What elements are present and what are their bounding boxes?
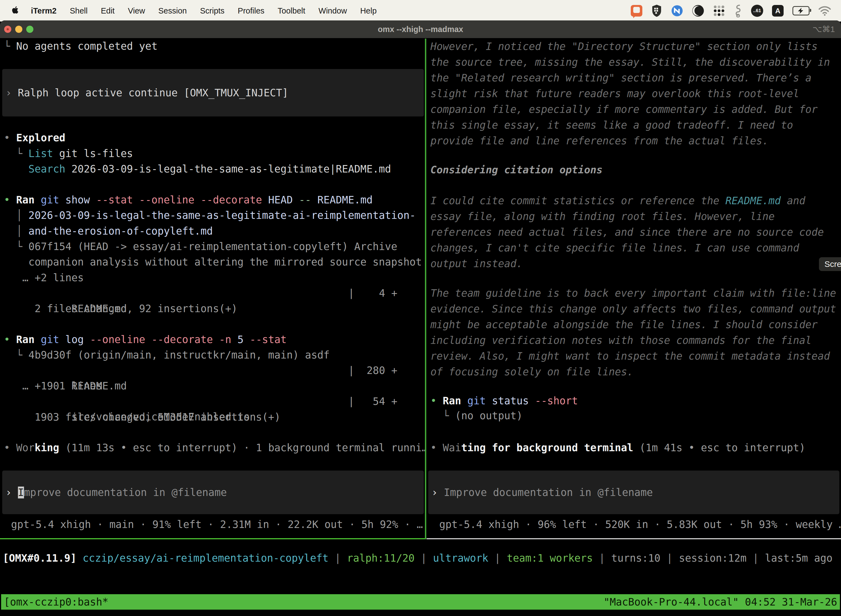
macos-menu-bar: iTerm2 Shell Edit View Session Scripts P… [0, 0, 841, 22]
menu-item-scripts[interactable]: Scripts [193, 6, 231, 15]
cmd-git-log: • Ran git log --oneline --decorate -n 5 … [4, 332, 425, 348]
menu-item-shell[interactable]: Shell [63, 6, 94, 15]
thinking-paragraph-3: The team guideline is to back every impo… [431, 285, 836, 380]
menu-item-edit[interactable]: Edit [94, 6, 121, 15]
log-stat2-count: | 54 + [348, 394, 397, 409]
apple-icon [12, 6, 19, 14]
menu-item-session[interactable]: Session [152, 6, 193, 15]
prompt-input-left[interactable]: › Improve documentation in @filename [2, 471, 424, 514]
screen: { "menubar": { "items": ["iTerm2","Shell… [0, 0, 841, 616]
para2-readme-link: README.md [725, 195, 781, 207]
pane-divider[interactable] [425, 39, 426, 539]
log-stat-row-1: README.md | 280 + [4, 363, 425, 378]
menu-item-help[interactable]: Help [353, 6, 383, 15]
menu-item-window[interactable]: Window [312, 6, 353, 15]
cmd-git-status: • Ran git status --short [431, 393, 841, 409]
keyboard-layout-icon[interactable]: A [772, 5, 784, 16]
show-files-changed: 2 files changed, 92 insertions(+) [4, 301, 425, 317]
window-title-bar[interactable]: omx --xhigh --madmax ⌥⌘1 [0, 21, 841, 38]
dots-grid-icon[interactable] [713, 5, 725, 17]
tmux-pane-left[interactable]: └ No agents completed yet › Ralph loop a… [0, 39, 425, 538]
apple-menu[interactable] [10, 6, 24, 16]
show-commit-msg-line: companion analysis without altering the … [4, 254, 425, 270]
log-commit-line: └ 4b9d30f (origin/main, instructkr/main,… [4, 348, 425, 363]
hook-icon[interactable] [734, 4, 742, 18]
prompt-input-left-text: › Improve documentation in @filename [2, 487, 227, 499]
para2-before: I could cite commit statistics or refere… [431, 195, 725, 207]
model-status-right: gpt-5.4 xhigh · 96% left · 520K in · 5.8… [439, 517, 841, 532]
left-pane-border [0, 538, 425, 539]
speed-badge-icon[interactable] [671, 5, 683, 17]
show-filename-line1: │ 2026-03-09-is-legal-the-same-as-legiti… [4, 208, 425, 223]
log-files-changed: 1903 files changed, 513517 insertions(+) [4, 409, 425, 425]
prompt-input-right-text: › Improve documentation in @filename [428, 487, 653, 499]
log-stat1-count: | 280 + [348, 363, 397, 378]
working-status-line: • Working (11m 13s • esc to interrupt) ·… [4, 440, 425, 456]
right-pane-border [426, 538, 841, 539]
cmd-git-show: • Ran git show --stat --oneline --decora… [4, 192, 425, 208]
menu-left: iTerm2 Shell Edit View Session Scripts P… [0, 6, 383, 16]
ralph-loop-text: › Ralph loop active continue [OMX_TMUX_I… [2, 87, 288, 99]
git-status-no-output: └ (no output) [431, 408, 841, 424]
wifi-icon[interactable] [818, 6, 831, 16]
explored-header: • Explored [4, 130, 425, 146]
ralph-loop-banner: › Ralph loop active continue [OMX_TMUX_I… [2, 69, 424, 116]
chat-app-icon[interactable] [631, 5, 642, 16]
thinking-heading: Considering citation options [431, 162, 603, 178]
window-shortcut-badge: ⌥⌘1 [813, 21, 835, 38]
tmux-pane-right[interactable]: However, I noticed the "Directory Struct… [426, 39, 841, 538]
log-more-lines: … +1901 lines [4, 378, 425, 394]
model-status-left: gpt-5.4 xhigh · main · 91% left · 2.31M … [11, 517, 425, 532]
thinking-paragraph-1: However, I noticed the "Directory Struct… [431, 39, 830, 149]
show-more-lines: … +2 lines [4, 270, 425, 286]
tmux-host-clock: "MacBook-Pro-44.local" 04:52 31-Mar-26 [604, 596, 837, 608]
screen-tooltip: Scre [819, 257, 841, 271]
menu-status-icons: ..61 A [631, 4, 841, 18]
iterm2-window: omx --xhigh --madmax ⌥⌘1 └ No agents com… [0, 21, 841, 614]
show-commit-line: └ 067f154 (HEAD -> essay/ai-reimplementa… [4, 239, 425, 254]
waiting-status-line: • Waiting for background terminal (1m 41… [431, 440, 841, 456]
log-stat-row-2: src/voice/voiceModeEnabled.ts | 54 + [4, 394, 425, 409]
menu-item-toolbelt[interactable]: Toolbelt [271, 6, 312, 15]
explored-list-line: └ List git ls-files [4, 146, 425, 161]
show-stat-row: README.md | 4 + [4, 286, 425, 301]
explored-search-line: Search 2026-03-09-is-legal-the-same-as-l… [4, 161, 425, 177]
prompt-input-right[interactable]: › Improve documentation in @filename [428, 471, 840, 514]
battery-icon[interactable] [793, 6, 810, 15]
left-line-no-agents: └ No agents completed yet [4, 39, 425, 54]
window-title: omx --xhigh --madmax [0, 21, 841, 38]
crescent-app-icon[interactable] [692, 5, 704, 17]
omx-status-line: [OMX#0.11.9] cczip/essay/ai-reimplementa… [3, 551, 832, 566]
tmux-session-label: [omx-cczip0:bash* [4, 596, 108, 608]
battery-perctimer-badge[interactable]: ..61 [751, 5, 763, 17]
menu-item-profiles[interactable]: Profiles [231, 6, 271, 15]
shield-grid-icon[interactable] [651, 4, 662, 17]
menu-item-view[interactable]: View [121, 6, 151, 15]
thinking-paragraph-2: I could cite commit statistics or refere… [431, 193, 824, 271]
menu-item-iterm2[interactable]: iTerm2 [24, 6, 63, 15]
show-stat-count: | 4 + [348, 286, 397, 301]
tmux-status-bar: [omx-cczip0:bash* "MacBook-Pro-44.local"… [1, 594, 840, 610]
show-filename-line2: │ and-the-erosion-of-copyleft.md [4, 224, 425, 239]
